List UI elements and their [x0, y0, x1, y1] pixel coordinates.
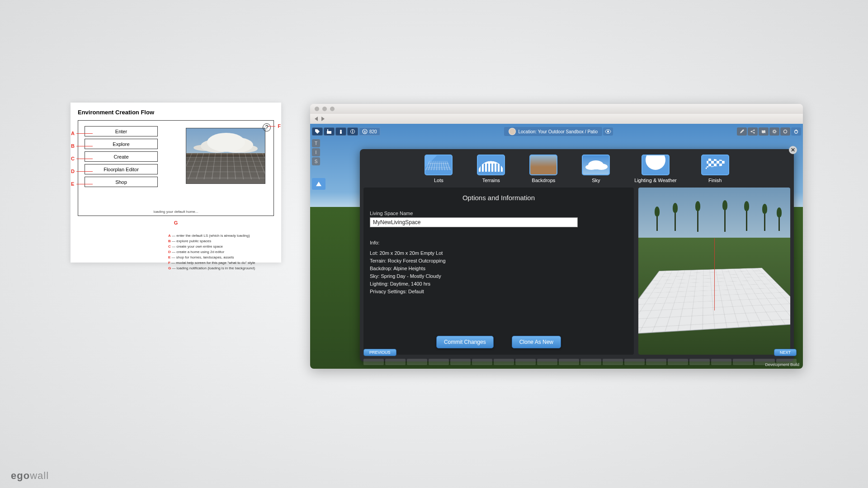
tab-terrains[interactable]: Terrains — [477, 155, 505, 183]
avatar-icon — [509, 128, 516, 135]
person-icon — [339, 129, 343, 134]
menu-floorplan[interactable]: Floorplan Editor — [85, 164, 158, 174]
tab-lighting[interactable]: Lighting & Weather — [634, 155, 676, 183]
info-icon — [350, 129, 355, 134]
hud-currency[interactable]: $ 820 — [359, 127, 380, 136]
factory-icon — [327, 129, 331, 134]
nav-forward-icon[interactable] — [321, 117, 325, 121]
tree-icon — [697, 209, 698, 232]
wireframe-inner: Enter Explore Create Floorplan Editor Sh… — [78, 120, 274, 216]
menu-enter[interactable]: Enter — [85, 126, 158, 136]
marker-f: F — [278, 123, 281, 129]
loading-text: loading your default home... — [78, 210, 274, 214]
lot-axis — [714, 238, 715, 310]
hud-tool-info[interactable] — [347, 127, 358, 136]
svg-text:$: $ — [364, 130, 366, 134]
legend: A — enter the default LS (which is alrea… — [168, 233, 274, 271]
hud-tool-tag[interactable] — [312, 127, 323, 136]
share-icon — [750, 129, 755, 134]
env-modal: ✕ Lots Terrains Backdrops Sky Lighting &… — [360, 149, 794, 361]
svg-point-6 — [352, 130, 353, 131]
hud-tool-build[interactable] — [324, 127, 335, 136]
hud-location[interactable]: Location: Your Outdoor Sandbox / Patio — [504, 127, 603, 136]
side-t[interactable]: T — [312, 139, 320, 147]
hud-power[interactable] — [791, 127, 801, 136]
menu-shop[interactable]: Shop — [85, 177, 158, 187]
side-i[interactable]: I — [312, 148, 320, 156]
info-lot: Lot: 20m x 20m x 20m Empty Lot — [370, 249, 627, 257]
lots-icon — [425, 155, 453, 175]
legend-row: G — loading notification (loading is in … — [168, 266, 274, 271]
info-privacy: Privacy Settings: Default — [370, 288, 627, 296]
options-panel: Options and Information Living Space Nam… — [363, 188, 634, 355]
app-window: $ 820 Location: Your Outdoor Sandbox / P… — [310, 104, 803, 369]
currency-value: 820 — [369, 129, 377, 134]
side-s[interactable]: S — [312, 157, 320, 165]
svg-point-10 — [607, 131, 609, 132]
hud: $ 820 Location: Your Outdoor Sandbox / P… — [312, 126, 801, 137]
hud-settings[interactable] — [769, 127, 779, 136]
legend-row: E — shop for homes, landscapes, assets — [168, 255, 274, 260]
commit-button[interactable]: Commit Changes — [436, 336, 494, 348]
lighting-icon — [642, 155, 670, 175]
hud-visibility[interactable] — [603, 127, 613, 136]
tab-lots[interactable]: Lots — [425, 155, 453, 183]
hud-share[interactable] — [748, 127, 758, 136]
info-backdrop: Backdrop: Alpine Heights — [370, 265, 627, 272]
coin-icon: $ — [362, 129, 368, 134]
living-space-name-input[interactable] — [370, 217, 578, 227]
help-icon[interactable]: ? — [263, 123, 271, 131]
circle-icon — [783, 129, 788, 134]
traffic-light-close[interactable] — [315, 107, 319, 111]
legend-row: B — explore public spaces — [168, 239, 274, 244]
hud-map[interactable] — [759, 127, 769, 136]
eye-icon — [605, 129, 611, 134]
nav-back-icon[interactable] — [315, 117, 318, 121]
legend-row: F — modal help screen for this page "wha… — [168, 260, 274, 266]
svg-rect-3 — [340, 131, 342, 134]
brand-logo: egowall — [11, 470, 49, 482]
terrains-icon — [477, 155, 505, 175]
hud-edit[interactable] — [737, 127, 747, 136]
window-navbar — [310, 114, 803, 124]
menu-explore[interactable]: Explore — [85, 139, 158, 149]
panel-title: Options and Information — [370, 194, 627, 202]
info-block: Info: Lot: 20m x 20m x 20m Empty Lot Ter… — [370, 239, 627, 296]
tree-icon — [746, 209, 747, 231]
wireframe-title: Environment Creation Flow — [78, 109, 274, 116]
tab-finish[interactable]: Finish — [701, 155, 729, 183]
pager: PREVIOUS NEXT — [363, 349, 797, 356]
traffic-light-min[interactable] — [322, 107, 327, 111]
tab-backdrops[interactable]: Backdrops — [529, 155, 557, 183]
hud-fullscreen[interactable] — [780, 127, 790, 136]
tree-icon — [724, 208, 726, 232]
info-terrain: Terrain: Rocky Forest Outcropping — [370, 257, 627, 265]
legend-row: C — create your own entire space — [168, 244, 274, 249]
marker-b: B — [71, 143, 75, 149]
clone-button[interactable]: Clone As New — [512, 336, 561, 348]
previous-button[interactable]: PREVIOUS — [363, 349, 396, 356]
gear-icon — [772, 129, 777, 134]
menu-create[interactable]: Create — [85, 151, 158, 162]
tab-sky[interactable]: Sky — [582, 155, 610, 183]
tree-icon — [764, 212, 765, 231]
marker-a: A — [71, 131, 75, 136]
hud-tool-person[interactable] — [335, 127, 346, 136]
close-icon[interactable]: ✕ — [789, 146, 797, 154]
traffic-light-max[interactable] — [330, 107, 335, 111]
svg-rect-1 — [327, 129, 328, 131]
marker-d: D — [71, 169, 75, 174]
terrain-badge-icon[interactable] — [312, 178, 326, 190]
legend-row: A — enter the default LS (which is alrea… — [168, 233, 274, 239]
info-label: Info: — [370, 239, 627, 247]
info-sky: Sky: Spring Day - Mostly Cloudy — [370, 272, 627, 280]
power-icon — [794, 129, 798, 134]
thumbnail-bar[interactable] — [363, 358, 797, 366]
tag-icon — [315, 129, 320, 134]
legend-row: D — create a home using 2d editor — [168, 249, 274, 255]
svg-point-14 — [774, 131, 776, 133]
svg-rect-5 — [352, 131, 353, 133]
svg-point-16 — [784, 130, 787, 133]
marker-c: C — [71, 156, 75, 161]
next-button[interactable]: NEXT — [774, 349, 797, 356]
